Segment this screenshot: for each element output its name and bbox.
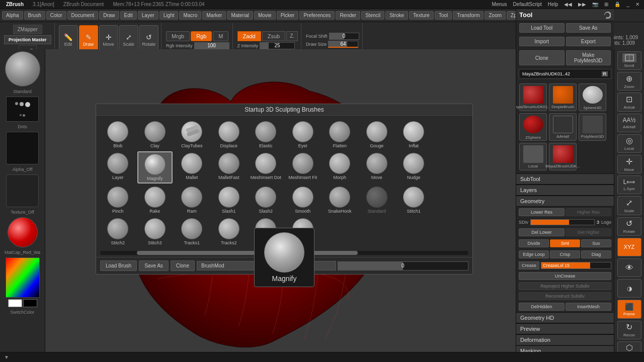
brush-rake[interactable]: Rake <box>137 185 173 215</box>
higher-res-button[interactable]: Higher Res <box>566 208 611 216</box>
zdot-toggle[interactable]: Z. <box>286 31 298 41</box>
nav-next-btn[interactable]: ▶▶ <box>576 2 589 7</box>
scroll-button[interactable]: Scroll <box>617 51 641 70</box>
export-button[interactable]: Export <box>566 37 611 46</box>
geometry-section-header[interactable]: Geometry <box>516 196 614 207</box>
brush-morph[interactable]: Morph <box>322 151 358 184</box>
minimize-btn[interactable]: _ <box>624 2 632 7</box>
tool-thumb-polymesh3d[interactable]: PolyMesh3D <box>579 113 606 141</box>
brush-flatten[interactable]: Flatten <box>322 120 358 150</box>
rgb-toggle[interactable]: Rgb <box>191 31 212 41</box>
brush-clay[interactable]: Clay <box>137 120 173 150</box>
brush-menu[interactable]: Brush <box>24 11 45 20</box>
tool-thumb-local[interactable]: Local <box>519 143 547 170</box>
lower-res-button[interactable]: Lower Res <box>519 208 565 216</box>
zsub-toggle[interactable]: Zsub <box>262 31 285 41</box>
tool-thumb-simple-brush[interactable]: SimpleBrush <box>549 83 577 111</box>
brush-slash2[interactable]: Slash2 <box>248 185 284 215</box>
dots-preview[interactable] <box>6 97 39 122</box>
brush-ram[interactable]: Ram <box>174 185 210 215</box>
brush-stitch1[interactable]: Stitch1 <box>396 185 432 215</box>
reproject-button[interactable]: Reproject Higher Subdiv <box>519 282 611 290</box>
import-button[interactable]: Import <box>519 37 565 46</box>
crisp-button[interactable]: Crisp <box>550 250 580 258</box>
save-as-tool-button[interactable]: Save As <box>566 23 611 33</box>
edit-menu[interactable]: Edit <box>120 11 137 20</box>
brush-stitch2[interactable]: Stitch2 <box>100 217 136 247</box>
crease-button[interactable]: Crease <box>519 261 539 269</box>
brush-clay-tubes[interactable]: ClayTubes <box>174 120 210 150</box>
subtool-section-header[interactable]: SubTool <box>516 173 614 185</box>
move-view-button[interactable]: ✛ Move <box>617 155 641 173</box>
stencil-menu[interactable]: Stencil <box>361 11 384 20</box>
alpha-thumb[interactable] <box>6 132 39 164</box>
document-menu[interactable]: Document <box>67 11 99 20</box>
brush-mod-slider[interactable]: 0 <box>338 261 469 270</box>
zmapper-button[interactable]: ZMapper <box>13 25 42 34</box>
tool-thumb-sphere3d[interactable]: Sphere3D <box>579 83 606 111</box>
mrgb-toggle[interactable]: Mrgb <box>166 31 190 41</box>
focal-shift-slider[interactable]: 0 <box>329 33 359 40</box>
brush-smooth[interactable]: Smooth <box>285 185 321 215</box>
brush-snakehook[interactable]: SnakeHook <box>322 185 358 215</box>
get-higher-button[interactable]: Get Higher <box>566 228 611 236</box>
brush-move[interactable]: Move <box>359 151 395 184</box>
stroke-menu[interactable]: Stroke <box>385 11 408 20</box>
suv-button[interactable]: Suv <box>581 239 611 247</box>
xyz-button[interactable]: XYZ <box>617 238 641 256</box>
render-menu[interactable]: Render <box>336 11 360 20</box>
color-menu[interactable]: Color <box>46 11 66 20</box>
brush-preview-thumb[interactable] <box>5 51 40 86</box>
lsym-button[interactable]: L⟺ L.Sym <box>617 175 641 194</box>
brush-stitch3[interactable]: Stitch3 <box>137 217 173 247</box>
preferences-menu[interactable]: Preferences <box>299 11 335 20</box>
brush-meshinsert-fit[interactable]: MeshInsert Fit <box>285 151 321 184</box>
scale-view-button[interactable]: ⤢ Scale <box>617 196 641 215</box>
aahalf-button[interactable]: AA½ AAHalf <box>617 114 641 132</box>
zoom-button[interactable]: ⊕ Zoom <box>617 72 641 90</box>
brush-blob[interactable]: Blob <box>100 120 136 150</box>
insert-mesh-button[interactable]: InsertMesh <box>566 303 611 311</box>
grid-btn[interactable]: ⊞ <box>602 2 611 7</box>
zadd-toggle[interactable]: Zadd <box>237 31 261 41</box>
local-button[interactable]: ◎ Local <box>617 134 641 153</box>
macro-menu[interactable]: Macro <box>179 11 201 20</box>
draw-menu[interactable]: Draw <box>99 11 119 20</box>
brush-slash1[interactable]: Slash1 <box>211 185 247 215</box>
uncrease-button[interactable]: UnCrease <box>519 272 611 280</box>
z-intensity-slider[interactable]: 25 <box>260 42 295 49</box>
geometry-hd-header[interactable]: Geometry HD <box>516 312 614 323</box>
texture-menu[interactable]: Texture <box>409 11 434 20</box>
reconstruct-button[interactable]: Reconstruct Subdiv <box>519 292 611 300</box>
material-menu[interactable]: Material <box>227 11 253 20</box>
preview-header[interactable]: Preview <box>516 323 614 334</box>
white-swatch[interactable] <box>8 299 22 307</box>
m-toggle[interactable]: M <box>213 31 228 41</box>
brush-magnify[interactable]: Magnify <box>137 151 173 184</box>
color-picker[interactable] <box>6 257 40 298</box>
canvas-area[interactable]: Startup 3D Sculpting Brushes Blob Clay C… <box>45 49 516 352</box>
diag-button[interactable]: Diag <box>581 250 611 258</box>
clone-tool-button[interactable]: Clone <box>519 50 565 65</box>
deformation-section-header[interactable]: Deformation <box>516 334 614 345</box>
matcap-thumb[interactable] <box>8 217 38 247</box>
camera-btn[interactable]: 📷 <box>590 2 601 7</box>
brush-mallet[interactable]: Mallet <box>174 151 210 184</box>
transform-menu[interactable]: Transform <box>453 11 484 20</box>
brush-mallet-fast[interactable]: MalletFast <box>211 151 247 184</box>
brush-tracks1[interactable]: Tracks1 <box>174 217 210 247</box>
nav-prev-btn[interactable]: ◀◀ <box>561 2 575 7</box>
rotate-view-button[interactable]: ↺ Rotate <box>617 217 641 236</box>
tool-thumb-maya2[interactable]: MayaZBrushUDK... <box>549 143 577 170</box>
tool-thumb-maya[interactable]: MayaZBrushUDK01..42 <box>519 83 547 111</box>
tool-menu[interactable]: Tool <box>435 11 452 20</box>
layers-section-header[interactable]: Layers <box>516 185 614 196</box>
projection-master-button[interactable]: Projection Master <box>4 35 51 45</box>
eye-button[interactable]: 👁 <box>617 258 641 277</box>
smt-button[interactable]: Smt <box>550 239 580 247</box>
alpha-menu[interactable]: Alpha <box>2 11 23 20</box>
ear-button[interactable]: ◑ <box>617 279 641 298</box>
marker-menu[interactable]: Marker <box>202 11 226 20</box>
rgb-intensity-slider[interactable]: 100 <box>194 42 229 49</box>
brush-pinch[interactable]: Pinch <box>100 185 136 215</box>
